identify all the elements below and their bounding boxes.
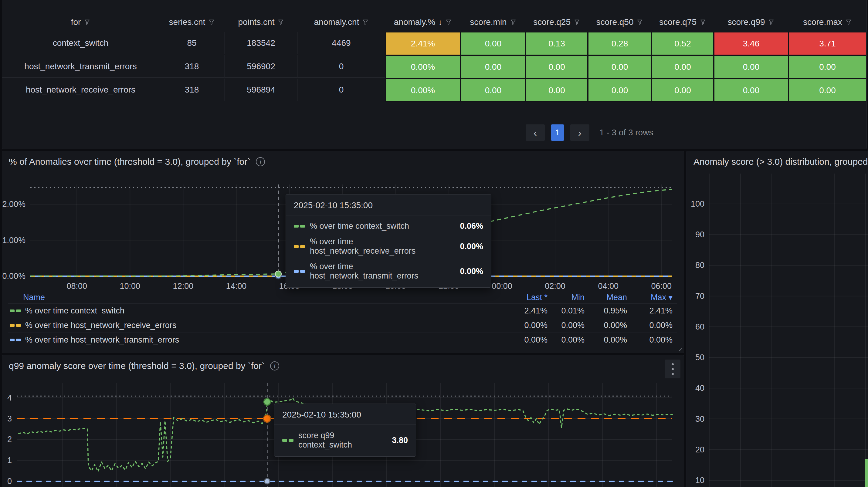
cell-anomaly-cnt: 0 (298, 78, 385, 101)
legend-row: % over time host_network_receive_errors0… (8, 318, 677, 332)
pagination-prev-button[interactable]: ‹ (526, 124, 545, 141)
legend-header-last[interactable]: Last * (508, 293, 548, 302)
legend-series-toggle[interactable]: % over time host_network_transmit_errors (8, 335, 508, 345)
cell-anomaly-cnt: 0 (298, 55, 385, 78)
anomaly-stats-table: forseries.cntpoints.cntanomaly.cntanomal… (2, 12, 866, 102)
pagination-summary: 1 - 3 of 3 rows (599, 128, 653, 137)
cell-points-cnt: 596902 (225, 55, 298, 78)
filter-funnel-icon[interactable] (510, 19, 517, 26)
table-body: context_switch8518354244692.41%0.000.130… (2, 32, 866, 102)
score-cell: 0.00 (461, 32, 526, 55)
pagination-next-button[interactable]: › (570, 124, 589, 141)
pct-legend-table: Name Last * Min Mean Max ▾ % over time c… (8, 291, 677, 347)
legend-series-toggle[interactable]: % over time context_switch (8, 306, 508, 316)
legend-header-name[interactable]: Name (8, 293, 508, 302)
pct-chart-tooltip: 2025-02-10 15:35:00 % over time context_… (286, 194, 491, 288)
cell-series-cnt: 85 (159, 32, 225, 54)
chevron-right-icon: › (578, 127, 582, 139)
pagination-page-1[interactable]: 1 (551, 124, 564, 141)
score-cell: 0.00 (526, 78, 588, 102)
score-cell: 0.00 (588, 78, 652, 102)
cell-series-cnt: 318 (159, 78, 225, 101)
series-swatch-green (294, 225, 305, 228)
legend-stat-mean: 0.00% (585, 335, 627, 345)
score-cell: 0.00 (788, 55, 866, 78)
legend-header-max[interactable]: Max ▾ (627, 293, 677, 302)
panel-menu-kebab-icon[interactable] (665, 360, 680, 378)
column-header-score-q75[interactable]: score.q75 (652, 12, 714, 32)
legend-header-min[interactable]: Min (548, 293, 585, 302)
panel-title-q99[interactable]: q99 anomaly score over time (threshold =… (9, 361, 279, 371)
column-header-score-q50[interactable]: score.q50 (588, 12, 652, 32)
filter-funnel-icon[interactable] (700, 19, 706, 26)
series-swatch-yellow (294, 245, 305, 248)
column-header-series-cnt[interactable]: series.cnt (159, 12, 225, 32)
cell-for: context_switch (2, 32, 159, 54)
column-header-score-q99[interactable]: score.q99 (714, 12, 788, 32)
distribution-plot[interactable] (709, 170, 868, 487)
legend-header-mean[interactable]: Mean (585, 293, 627, 302)
legend-stat-mean: 0.95% (585, 306, 627, 316)
tooltip-series-row: score q99 context_switch3.80 (274, 428, 416, 453)
score-cell: 0.00 (714, 55, 788, 78)
series-swatch-green (10, 310, 21, 312)
column-header-anomaly-cnt[interactable]: anomaly.cnt (298, 12, 385, 32)
cell-points-cnt: 183542 (225, 32, 298, 54)
tooltip-timestamp: 2025-02-10 15:35:00 (286, 194, 491, 216)
score-cell: 0.00 (461, 78, 526, 102)
score-cell: 0.00% (385, 78, 461, 102)
score-cell: 0.00 (652, 55, 714, 78)
panel-title-text: Anomaly score (> 3.0) distribution, grou… (693, 157, 868, 167)
legend-stat-max: 0.00% (627, 321, 677, 330)
filter-funnel-icon[interactable] (362, 19, 369, 26)
score-cell: 0.28 (588, 32, 652, 55)
panel-title-stats[interactable]: Anomaly Score Statistics, grouped by `fo… (9, 0, 194, 0)
score-cell: 0.00 (714, 78, 788, 102)
tooltip-series-row: % over time host_network_receive_errors0… (286, 234, 491, 259)
column-header-score-min[interactable]: score.min (461, 12, 526, 32)
legend-stat-max: 0.00% (627, 335, 677, 345)
legend-stat-last: 0.00% (508, 335, 548, 345)
chevron-left-icon: ‹ (533, 127, 537, 139)
table-row: host_network_receive_errors31859689400.0… (2, 78, 866, 102)
filter-funnel-icon[interactable] (845, 19, 852, 26)
q99-chart-tooltip: 2025-02-10 15:35:00 score q99 context_sw… (274, 403, 416, 457)
filter-funnel-icon[interactable] (637, 19, 643, 26)
column-header-for[interactable]: for (2, 12, 159, 32)
info-icon[interactable]: i (270, 361, 279, 370)
score-cell: 0.00% (385, 55, 461, 78)
cell-series-cnt: 318 (159, 55, 225, 78)
legend-stat-min: 0.00% (548, 335, 585, 345)
legend-stat-max: 2.41% (627, 306, 677, 316)
panel-title-text: q99 anomaly score over time (threshold =… (9, 361, 265, 371)
column-header-points-cnt[interactable]: points.cnt (225, 12, 298, 32)
score-cell: 3.71 (788, 32, 866, 55)
score-cell: 0.00 (588, 55, 652, 78)
filter-funnel-icon[interactable] (208, 19, 215, 26)
anomaly-stats-panel: Anomaly Score Statistics, grouped by `fo… (2, 0, 867, 149)
column-header-anomaly-[interactable]: anomaly.%↓ (385, 12, 461, 32)
score-cell: 2.41% (385, 32, 461, 55)
filter-funnel-icon[interactable] (574, 19, 580, 26)
series-swatch-yellow (10, 324, 21, 327)
filter-funnel-icon[interactable] (768, 19, 775, 26)
legend-stat-min: 0.00% (548, 321, 585, 330)
filter-funnel-icon[interactable] (445, 19, 452, 26)
score-cell: 0.00 (788, 78, 866, 102)
filter-funnel-icon[interactable] (84, 19, 90, 26)
info-icon[interactable]: i (256, 157, 265, 166)
legend-series-toggle[interactable]: % over time host_network_receive_errors (8, 321, 508, 330)
legend-stat-min: 0.01% (548, 306, 585, 316)
table-row: host_network_transmit_errors31859690200.… (2, 55, 866, 78)
panel-title-text: % of Anomalies over time (threshold = 3.… (9, 157, 250, 167)
filter-funnel-icon[interactable] (277, 19, 284, 26)
cell-for: host_network_transmit_errors (2, 55, 159, 78)
column-header-score-q25[interactable]: score.q25 (526, 12, 588, 32)
sort-desc-icon: ↓ (438, 18, 442, 27)
panel-title-dist[interactable]: Anomaly score (> 3.0) distribution, grou… (693, 157, 868, 167)
column-header-score-max[interactable]: score.max (788, 12, 866, 32)
legend-header-row: Name Last * Min Mean Max ▾ (8, 291, 677, 303)
tooltip-series-row: % over time context_switch0.06% (286, 219, 491, 234)
panel-title-pct[interactable]: % of Anomalies over time (threshold = 3.… (9, 157, 265, 167)
cell-anomaly-cnt: 4469 (298, 32, 385, 54)
